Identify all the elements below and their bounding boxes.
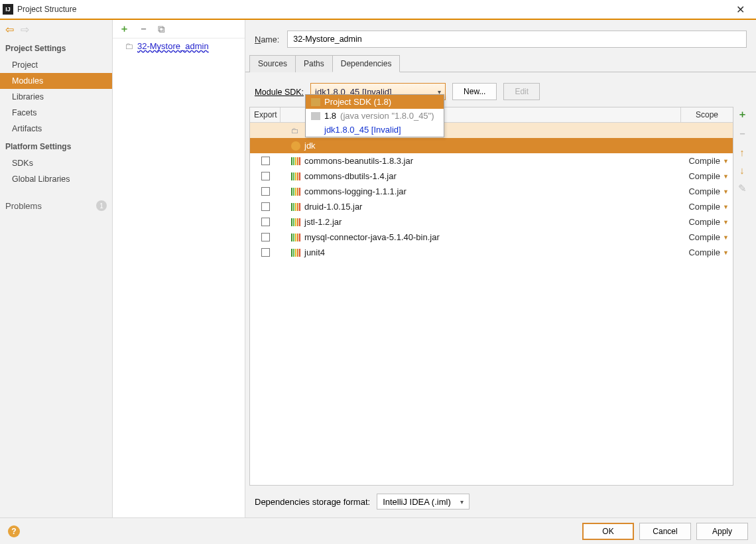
sidebar-item-global-libraries[interactable]: Global Libraries [0, 171, 112, 187]
dep-name: commons-beanutils-1.8.3.jar [304, 156, 413, 166]
name-label: Name: [255, 34, 279, 44]
storage-format-combo[interactable]: IntelliJ IDEA (.iml) ▾ [377, 494, 470, 510]
export-checkbox[interactable] [261, 157, 270, 165]
folder-icon: 🗀 [291, 126, 299, 135]
sdk-option-invalid[interactable]: jdk1.8.0_45 [Invalid] [306, 123, 444, 137]
storage-value: IntelliJ IDEA (.iml) [383, 497, 451, 507]
chevron-down-icon[interactable]: ▼ [723, 219, 729, 226]
dep-name: junit4 [304, 247, 325, 257]
sidebar-item-libraries[interactable]: Libraries [0, 89, 112, 105]
option-label: jdk1.8.0_45 [Invalid] [324, 125, 401, 135]
export-checkbox[interactable] [261, 233, 270, 241]
export-checkbox[interactable] [261, 187, 270, 196]
dep-move-up-icon[interactable]: ↑ [739, 147, 745, 158]
sidebar-item-project[interactable]: Project [0, 57, 112, 73]
cancel-button[interactable]: Cancel [639, 523, 691, 540]
table-row[interactable]: junit4Compile▼ [250, 245, 733, 260]
sidebar-item-facets[interactable]: Facets [0, 105, 112, 121]
scope-value: Compile [688, 171, 720, 181]
dependencies-table: Export Scope 🗀jdkcommons-beanutils-1.8.3… [249, 107, 733, 486]
sidebar-item-problems[interactable]: Problems 1 [0, 195, 112, 216]
nav-forward-icon[interactable]: ⇨ [21, 23, 29, 36]
tab-sources[interactable]: Sources [249, 55, 296, 72]
scope-value: Compile [688, 202, 720, 212]
dep-name: jstl-1.2.jar [304, 217, 342, 227]
sdk-option-18[interactable]: 1.8 (java version "1.8.0_45") [306, 109, 444, 123]
copy-module-icon[interactable]: ⧉ [158, 23, 165, 35]
table-row[interactable]: jdk [250, 138, 733, 153]
scope-value: Compile [688, 156, 720, 166]
table-row[interactable]: commons-beanutils-1.8.3.jarCompile▼ [250, 153, 733, 169]
col-scope[interactable]: Scope [681, 107, 733, 122]
chevron-down-icon[interactable]: ▼ [723, 249, 729, 256]
chevron-down-icon[interactable]: ▼ [723, 204, 729, 210]
tab-dependencies[interactable]: Dependencies [332, 55, 401, 72]
dep-add-icon[interactable]: ＋ [737, 108, 747, 121]
sdk-new-button[interactable]: New... [452, 83, 497, 100]
library-icon [291, 157, 300, 165]
dep-remove-icon[interactable]: － [737, 127, 747, 140]
titlebar: IJ Project Structure ✕ [0, 0, 756, 20]
section-header-platform: Platform Settings [0, 137, 112, 155]
module-tree-item[interactable]: 🗀 32-Mystore_admin [113, 38, 245, 54]
export-checkbox[interactable] [261, 248, 270, 257]
export-checkbox[interactable] [261, 172, 270, 180]
problems-label: Problems [5, 201, 42, 211]
library-icon [291, 249, 300, 257]
scope-value: Compile [688, 247, 720, 257]
folder-icon [311, 98, 320, 106]
library-icon [291, 203, 300, 211]
scope-value: Compile [688, 217, 720, 227]
option-extra: (java version "1.8.0_45") [340, 111, 434, 121]
chevron-down-icon[interactable]: ▼ [723, 188, 729, 195]
table-row[interactable]: jstl-1.2.jarCompile▼ [250, 214, 733, 230]
module-name: 32-Mystore_admin [137, 41, 209, 51]
dep-side-toolbar: ＋ － ↑ ↓ ✎ [733, 107, 751, 486]
sidebar-item-artifacts[interactable]: Artifacts [0, 121, 112, 137]
sdk-icon [291, 141, 300, 151]
section-header-project: Project Settings [0, 38, 112, 57]
chevron-down-icon[interactable]: ▼ [723, 173, 729, 180]
dep-name: commons-logging-1.1.1.jar [304, 186, 407, 196]
library-icon [291, 172, 300, 180]
module-tree-panel: ＋ － ⧉ 🗀 32-Mystore_admin [113, 20, 245, 517]
table-row[interactable]: commons-dbutils-1.4.jarCompile▼ [250, 169, 733, 184]
module-name-input[interactable] [287, 31, 747, 48]
dep-move-down-icon[interactable]: ↓ [739, 165, 745, 176]
window-title: Project Structure [17, 5, 76, 14]
dialog-footer: ? OK Cancel Apply [0, 517, 756, 544]
chevron-down-icon: ▾ [460, 498, 464, 506]
remove-module-icon[interactable]: － [139, 23, 149, 35]
dep-name: druid-1.0.15.jar [304, 202, 362, 212]
apply-button[interactable]: Apply [696, 523, 748, 540]
chevron-down-icon[interactable]: ▼ [723, 234, 729, 241]
chevron-down-icon[interactable]: ▼ [723, 158, 729, 165]
ok-button[interactable]: OK [582, 523, 634, 540]
sdk-option-project[interactable]: Project SDK (1.8) [306, 95, 444, 109]
sidebar-item-modules[interactable]: Modules [0, 73, 112, 89]
table-row[interactable]: druid-1.0.15.jarCompile▼ [250, 199, 733, 214]
module-tabs: Sources Paths Dependencies [245, 54, 756, 72]
scope-value: Compile [688, 186, 720, 196]
problems-count-badge: 1 [96, 200, 107, 211]
sidebar-item-sdks[interactable]: SDKs [0, 155, 112, 171]
help-icon[interactable]: ? [8, 525, 20, 537]
settings-sidebar: ⇦ ⇨ Project Settings Project Modules Lib… [0, 20, 113, 517]
storage-label: Dependencies storage format: [255, 497, 370, 507]
window-close-button[interactable]: ✕ [727, 0, 753, 19]
folder-icon: 🗀 [125, 41, 133, 51]
export-checkbox[interactable] [261, 202, 270, 211]
dep-edit-icon[interactable]: ✎ [738, 182, 747, 194]
dep-name: jdk [304, 141, 316, 151]
table-row[interactable]: commons-logging-1.1.1.jarCompile▼ [250, 184, 733, 199]
library-icon [291, 188, 300, 196]
table-row[interactable]: mysql-connector-java-5.1.40-bin.jarCompi… [250, 230, 733, 245]
sdk-edit-button: Edit [503, 83, 540, 100]
export-checkbox[interactable] [261, 218, 270, 226]
nav-back-icon[interactable]: ⇦ [5, 23, 14, 36]
col-export[interactable]: Export [250, 107, 281, 122]
dep-name: commons-dbutils-1.4.jar [304, 171, 397, 181]
tab-paths[interactable]: Paths [295, 55, 333, 72]
add-module-icon[interactable]: ＋ [119, 23, 129, 35]
module-sdk-label: Module SDK: [255, 87, 304, 97]
